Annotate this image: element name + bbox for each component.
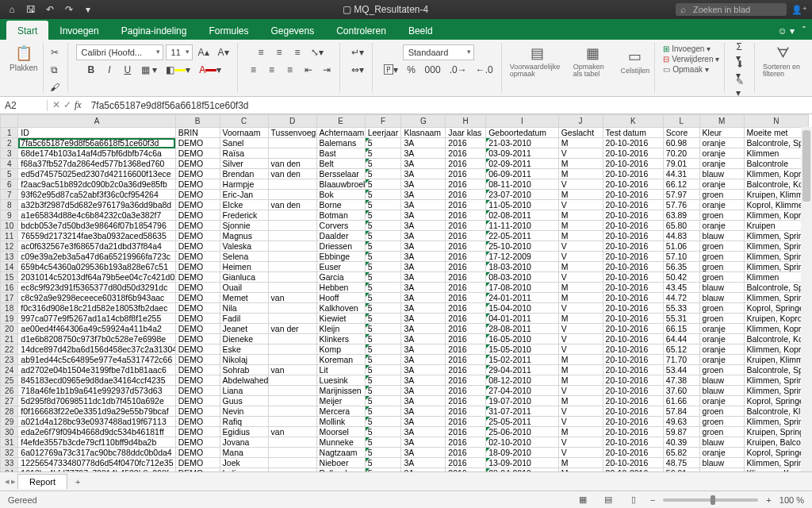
cell[interactable]: 2016 [446,448,486,458]
cell[interactable]: Klimmen, Springen [744,386,808,396]
cell[interactable]: 40.39 [663,437,699,448]
row-header[interactable]: 24 [1,365,18,375]
cell[interactable]: van der [268,324,316,334]
cell[interactable] [268,252,316,262]
cell[interactable]: Ouail [220,283,268,293]
cell[interactable]: Balcontrole, Springen [744,365,808,375]
cell[interactable]: 20-10-2016 [603,272,663,283]
cell[interactable]: 2016 [446,375,486,386]
conditional-formatting-button[interactable]: ▤Voorwaardelijke opmaak [510,44,565,78]
align-right-icon[interactable]: ≡ [282,62,298,78]
cell[interactable]: oranje [699,148,744,159]
row-header[interactable]: 34 [1,468,18,472]
cell[interactable]: 21-03-2010 [486,138,559,148]
cell[interactable]: Test datum [603,128,663,138]
cell[interactable]: 7fa5c65187e9d8f56a6618f51ce60f3d [18,138,175,148]
cell[interactable]: 71.70 [663,355,699,365]
cell[interactable]: 20-10-2016 [603,437,663,448]
cell[interactable]: 6a012769a73c317ac90bc788ddc0b0da4 [18,448,175,458]
cell[interactable]: 70.20 [663,148,699,159]
cell[interactable]: 3A [401,324,446,334]
cell[interactable]: 20-10-2016 [603,190,663,200]
cell[interactable]: Kruipen, Koprol [744,314,808,324]
thousands-icon[interactable]: 000 [422,62,444,78]
cell[interactable]: 3A [401,458,446,468]
cell[interactable]: ae00ed4f464306a49c59924a411b4a2 [18,324,175,334]
cell[interactable]: Leerjaar [365,128,401,138]
cell[interactable] [268,468,316,472]
row-header[interactable]: 27 [1,396,18,406]
cell[interactable]: 3A [401,386,446,396]
cell[interactable]: blauw [699,458,744,468]
cell[interactable]: DEMO [175,159,220,169]
row-header[interactable]: 13 [1,252,18,262]
cell[interactable]: Koreman [316,355,365,365]
font-size-combo[interactable]: 11 [166,44,193,60]
cell[interactable]: 20-10-2016 [603,241,663,252]
increase-font-icon[interactable]: A▴ [195,44,213,60]
cell[interactable]: 2016 [446,221,486,231]
cell[interactable]: 5 [365,437,401,448]
cell[interactable]: 20-10-2016 [603,334,663,344]
cell[interactable]: 5 [365,190,401,200]
cell[interactable]: 60.98 [663,138,699,148]
cell[interactable]: f68a37fb527da2864ed577b1368ed760 [18,159,175,169]
cell[interactable]: Klinkers [316,334,365,344]
cell[interactable]: blauw [699,386,744,396]
cell[interactable]: 2016 [446,283,486,293]
cell[interactable]: Liana [220,386,268,396]
cell[interactable]: Silver [220,159,268,169]
cell[interactable]: V [558,344,603,355]
percent-icon[interactable]: % [404,62,419,78]
cell[interactable]: Kleijn [316,324,365,334]
format-cells-button[interactable]: ▭ Opmaak ▾ [663,65,709,74]
cell[interactable]: 20-10-2016 [603,386,663,396]
cell[interactable]: 20-10-2016 [603,262,663,272]
cell[interactable]: 2016 [446,252,486,262]
cell[interactable]: M [558,262,603,272]
cell[interactable]: 57.84 [663,406,699,417]
row-header[interactable]: 21 [1,334,18,344]
cell[interactable]: DEMO [175,169,220,179]
cell[interactable]: 14dce897d42ba6d156d458ec37c2a31304c15 [18,344,175,355]
cell[interactable]: 3A [401,210,446,221]
cell[interactable]: 20-10-2016 [603,138,663,148]
cell[interactable]: 20-10-2016 [603,159,663,169]
cell[interactable]: oranje [699,221,744,231]
cell[interactable]: 68de174b103a14af4d57bf6dbfb74c6a [18,148,175,159]
cell[interactable]: Bok [316,190,365,200]
cell[interactable]: 2016 [446,262,486,272]
cell[interactable]: Blaauwbroek [316,179,365,190]
cell[interactable]: 13-09-2010 [486,458,559,468]
cell[interactable]: 5 [365,293,401,303]
cell[interactable]: 5 [365,262,401,272]
cell[interactable]: 5 [365,241,401,252]
ribbon-tab-controleren[interactable]: Controleren [325,21,397,40]
cell[interactable]: 17-08-2010 [486,283,559,293]
cell[interactable]: Klimmen, Koprol [744,324,808,334]
cell[interactable]: Gianluca [220,272,268,283]
cell[interactable]: 5 [365,159,401,169]
cell[interactable]: 2016 [446,169,486,179]
cell[interactable]: 65.80 [663,221,699,231]
cell[interactable]: V [558,200,603,210]
cell[interactable]: Jovana [220,437,268,448]
cell[interactable]: 3A [401,283,446,293]
row-header[interactable]: 9 [1,210,18,221]
cell[interactable]: V [558,272,603,283]
cell[interactable]: Elcke [220,200,268,210]
cell[interactable]: 04-01-2011 [486,314,559,324]
italic-button[interactable]: I [102,62,117,78]
cell[interactable]: 3A [401,252,446,262]
cell[interactable]: 5 [365,355,401,365]
cell[interactable]: 3A [401,272,446,283]
cell[interactable]: 2016 [446,200,486,210]
merge-cells-icon[interactable]: ⇔▾ [348,62,367,78]
cell[interactable]: 5 [365,231,401,241]
cell[interactable]: 65.82 [663,448,699,458]
cell[interactable]: Klimmen, Koprol [744,210,808,221]
cell[interactable]: 5 [365,458,401,468]
cell[interactable]: 20-10-2016 [603,448,663,458]
inc-decimal-icon[interactable]: .0→ [446,62,470,78]
cell[interactable]: 5 [365,396,401,406]
